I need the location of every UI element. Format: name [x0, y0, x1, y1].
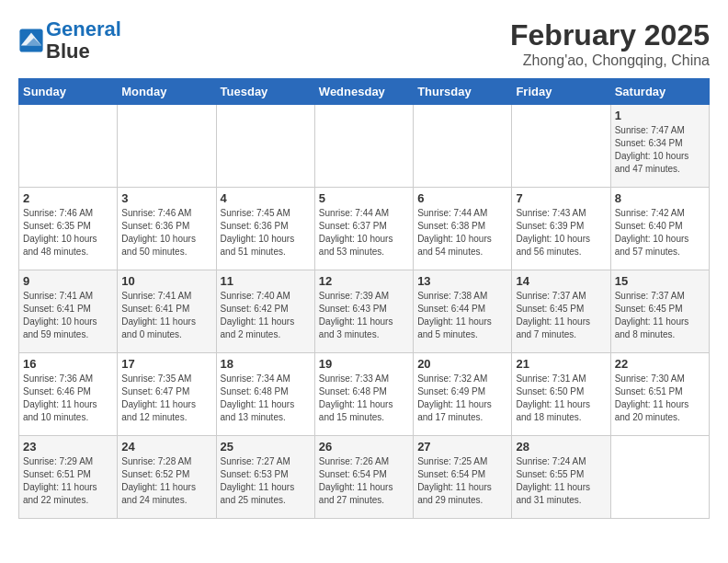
calendar-cell: 27Sunrise: 7:25 AM Sunset: 6:54 PM Dayli… — [414, 436, 512, 519]
calendar-cell: 22Sunrise: 7:30 AM Sunset: 6:51 PM Dayli… — [610, 353, 709, 436]
logo: General Blue — [18, 18, 121, 63]
calendar-cell: 25Sunrise: 7:27 AM Sunset: 6:53 PM Dayli… — [216, 436, 314, 519]
page-header: General Blue February 2025 Zhong'ao, Cho… — [18, 18, 710, 69]
day-info: Sunrise: 7:41 AM Sunset: 6:41 PM Dayligh… — [121, 290, 211, 341]
calendar-cell: 13Sunrise: 7:38 AM Sunset: 6:44 PM Dayli… — [414, 270, 512, 353]
calendar-cell: 9Sunrise: 7:41 AM Sunset: 6:41 PM Daylig… — [19, 270, 118, 353]
day-number: 3 — [121, 191, 211, 205]
day-number: 6 — [417, 191, 507, 205]
day-info: Sunrise: 7:34 AM Sunset: 6:48 PM Dayligh… — [221, 373, 311, 424]
logo-icon — [18, 28, 44, 53]
calendar-cell: 16Sunrise: 7:36 AM Sunset: 6:46 PM Dayli… — [19, 353, 118, 436]
calendar-cell — [314, 105, 413, 188]
day-info: Sunrise: 7:46 AM Sunset: 6:36 PM Dayligh… — [121, 207, 211, 259]
day-number: 13 — [417, 274, 507, 288]
calendar-cell: 5Sunrise: 7:44 AM Sunset: 6:37 PM Daylig… — [314, 188, 413, 270]
day-info: Sunrise: 7:40 AM Sunset: 6:42 PM Dayligh… — [221, 290, 311, 341]
calendar-cell: 21Sunrise: 7:31 AM Sunset: 6:50 PM Dayli… — [512, 353, 610, 436]
day-info: Sunrise: 7:41 AM Sunset: 6:41 PM Dayligh… — [23, 290, 113, 341]
day-number: 11 — [221, 274, 311, 288]
calendar-cell: 4Sunrise: 7:45 AM Sunset: 6:36 PM Daylig… — [216, 188, 314, 270]
day-number: 2 — [23, 191, 113, 205]
day-number: 24 — [121, 440, 211, 454]
calendar-cell: 11Sunrise: 7:40 AM Sunset: 6:42 PM Dayli… — [216, 270, 314, 353]
calendar-cell: 19Sunrise: 7:33 AM Sunset: 6:48 PM Dayli… — [314, 353, 413, 436]
day-number: 7 — [516, 191, 606, 205]
calendar-cell: 2Sunrise: 7:46 AM Sunset: 6:35 PM Daylig… — [19, 188, 118, 270]
day-info: Sunrise: 7:31 AM Sunset: 6:50 PM Dayligh… — [516, 373, 606, 424]
day-number: 26 — [319, 440, 409, 454]
day-number: 1 — [615, 109, 705, 122]
day-number: 28 — [516, 440, 606, 454]
day-info: Sunrise: 7:27 AM Sunset: 6:53 PM Dayligh… — [221, 455, 311, 507]
calendar-cell: 18Sunrise: 7:34 AM Sunset: 6:48 PM Dayli… — [216, 353, 314, 436]
calendar-week-row: 23Sunrise: 7:29 AM Sunset: 6:51 PM Dayli… — [19, 436, 710, 519]
calendar-cell: 6Sunrise: 7:44 AM Sunset: 6:38 PM Daylig… — [414, 188, 512, 270]
day-info: Sunrise: 7:25 AM Sunset: 6:54 PM Dayligh… — [417, 455, 507, 507]
day-info: Sunrise: 7:33 AM Sunset: 6:48 PM Dayligh… — [319, 373, 409, 424]
day-info: Sunrise: 7:38 AM Sunset: 6:44 PM Dayligh… — [417, 290, 507, 341]
calendar-cell: 3Sunrise: 7:46 AM Sunset: 6:36 PM Daylig… — [118, 188, 216, 270]
day-info: Sunrise: 7:43 AM Sunset: 6:39 PM Dayligh… — [516, 207, 606, 259]
day-number: 19 — [319, 357, 409, 371]
calendar-cell — [610, 436, 709, 519]
calendar-cell: 15Sunrise: 7:37 AM Sunset: 6:45 PM Dayli… — [610, 270, 709, 353]
weekday-header-row: SundayMondayTuesdayWednesdayThursdayFrid… — [19, 79, 710, 105]
calendar-cell: 14Sunrise: 7:37 AM Sunset: 6:45 PM Dayli… — [512, 270, 610, 353]
calendar-cell: 1Sunrise: 7:47 AM Sunset: 6:34 PM Daylig… — [610, 105, 709, 188]
day-number: 14 — [516, 274, 606, 288]
day-number: 12 — [319, 274, 409, 288]
day-info: Sunrise: 7:24 AM Sunset: 6:55 PM Dayligh… — [516, 455, 606, 507]
calendar-cell: 17Sunrise: 7:35 AM Sunset: 6:47 PM Dayli… — [118, 353, 216, 436]
month-title: February 2025 — [510, 18, 710, 52]
calendar-cell — [216, 105, 314, 188]
day-number: 25 — [221, 440, 311, 454]
day-info: Sunrise: 7:36 AM Sunset: 6:46 PM Dayligh… — [23, 373, 113, 424]
day-info: Sunrise: 7:26 AM Sunset: 6:54 PM Dayligh… — [319, 455, 409, 507]
day-number: 15 — [615, 274, 705, 288]
day-number: 20 — [417, 357, 507, 371]
logo-text: General Blue — [46, 18, 121, 63]
weekday-header: Monday — [118, 79, 216, 105]
day-number: 27 — [417, 440, 507, 454]
logo-line2: Blue — [46, 40, 90, 63]
calendar-cell — [19, 105, 118, 188]
day-number: 17 — [121, 357, 211, 371]
day-number: 21 — [516, 357, 606, 371]
calendar-cell — [414, 105, 512, 188]
calendar-week-row: 16Sunrise: 7:36 AM Sunset: 6:46 PM Dayli… — [19, 353, 710, 436]
calendar-cell — [512, 105, 610, 188]
logo-line1: General — [46, 17, 121, 40]
calendar-cell: 7Sunrise: 7:43 AM Sunset: 6:39 PM Daylig… — [512, 188, 610, 270]
weekday-header: Thursday — [414, 79, 512, 105]
calendar-cell: 12Sunrise: 7:39 AM Sunset: 6:43 PM Dayli… — [314, 270, 413, 353]
weekday-header: Tuesday — [216, 79, 314, 105]
day-number: 16 — [23, 357, 113, 371]
day-info: Sunrise: 7:44 AM Sunset: 6:38 PM Dayligh… — [417, 207, 507, 259]
calendar-cell: 10Sunrise: 7:41 AM Sunset: 6:41 PM Dayli… — [118, 270, 216, 353]
day-info: Sunrise: 7:35 AM Sunset: 6:47 PM Dayligh… — [121, 373, 211, 424]
day-info: Sunrise: 7:32 AM Sunset: 6:49 PM Dayligh… — [417, 373, 507, 424]
calendar-week-row: 9Sunrise: 7:41 AM Sunset: 6:41 PM Daylig… — [19, 270, 710, 353]
calendar-cell — [118, 105, 216, 188]
calendar-cell: 8Sunrise: 7:42 AM Sunset: 6:40 PM Daylig… — [610, 188, 709, 270]
day-number: 22 — [615, 357, 705, 371]
day-info: Sunrise: 7:45 AM Sunset: 6:36 PM Dayligh… — [221, 207, 311, 259]
day-info: Sunrise: 7:28 AM Sunset: 6:52 PM Dayligh… — [121, 455, 211, 507]
weekday-header: Friday — [512, 79, 610, 105]
calendar-week-row: 2Sunrise: 7:46 AM Sunset: 6:35 PM Daylig… — [19, 188, 710, 270]
weekday-header: Sunday — [19, 79, 118, 105]
calendar-cell: 28Sunrise: 7:24 AM Sunset: 6:55 PM Dayli… — [512, 436, 610, 519]
day-info: Sunrise: 7:47 AM Sunset: 6:34 PM Dayligh… — [615, 124, 705, 176]
calendar-cell: 24Sunrise: 7:28 AM Sunset: 6:52 PM Dayli… — [118, 436, 216, 519]
day-number: 10 — [121, 274, 211, 288]
weekday-header: Saturday — [610, 79, 709, 105]
day-info: Sunrise: 7:44 AM Sunset: 6:37 PM Dayligh… — [319, 207, 409, 259]
day-info: Sunrise: 7:29 AM Sunset: 6:51 PM Dayligh… — [23, 455, 113, 507]
day-info: Sunrise: 7:30 AM Sunset: 6:51 PM Dayligh… — [615, 373, 705, 424]
weekday-header: Wednesday — [314, 79, 413, 105]
day-info: Sunrise: 7:39 AM Sunset: 6:43 PM Dayligh… — [319, 290, 409, 341]
calendar-week-row: 1Sunrise: 7:47 AM Sunset: 6:34 PM Daylig… — [19, 105, 710, 188]
calendar-table: SundayMondayTuesdayWednesdayThursdayFrid… — [18, 78, 710, 519]
day-info: Sunrise: 7:37 AM Sunset: 6:45 PM Dayligh… — [516, 290, 606, 341]
